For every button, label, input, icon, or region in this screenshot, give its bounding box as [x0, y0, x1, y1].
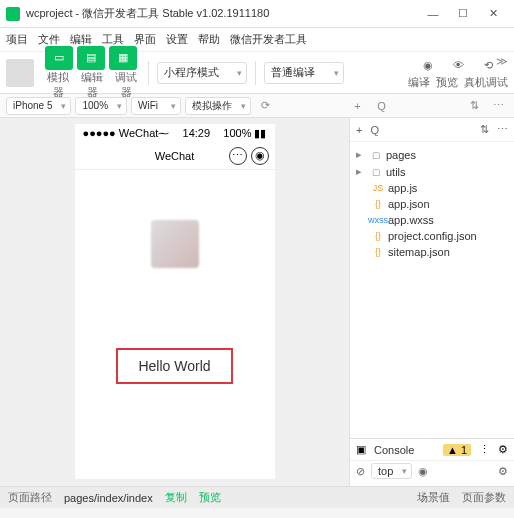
action-select[interactable]: 模拟操作 — [185, 97, 251, 115]
settings-icon[interactable]: ⇅ — [464, 96, 484, 116]
folder-utils[interactable]: ▸▢utils — [356, 163, 508, 180]
titlebar: wcproject - 微信开发者工具 Stable v1.02.1911180… — [0, 0, 514, 28]
compile-select[interactable]: 普通编译 — [264, 62, 344, 84]
more-button[interactable]: ≫ — [496, 55, 508, 68]
menu-icon[interactable]: ⋯ — [488, 96, 508, 116]
file-tree: ▸▢pages▸▢utilsJSapp.js{}app.jsonwxssapp.… — [350, 142, 514, 438]
menu-设置[interactable]: 设置 — [166, 32, 188, 47]
context-select[interactable]: top — [371, 463, 412, 479]
page-avatar — [151, 220, 199, 268]
preview-link[interactable]: 预览 — [199, 490, 221, 505]
phone-body: Hello World — [75, 170, 275, 479]
maximize-button[interactable]: ☐ — [448, 7, 478, 20]
file-app.json[interactable]: {}app.json — [356, 196, 508, 212]
console-settings-icon[interactable]: ⚙ — [498, 443, 508, 456]
toolbar: ▭ ▤ ▦ 模拟器编辑器调试器 小程序模式 普通编译 ◉ 👁 ⟲ 编译预览真机调… — [0, 52, 514, 94]
menu-帮助[interactable]: 帮助 — [198, 32, 220, 47]
folder-pages[interactable]: ▸▢pages — [356, 146, 508, 163]
minimize-button[interactable]: — — [418, 8, 448, 20]
sort-icon[interactable]: ⇅ — [480, 123, 489, 136]
console-gear-icon[interactable]: ⚙ — [498, 465, 508, 478]
filter-icon[interactable]: ◉ — [418, 465, 428, 478]
compile-icon[interactable]: ◉ — [418, 55, 438, 75]
more-icon[interactable]: ⋯ — [497, 123, 508, 136]
file-sitemap.json[interactable]: {}sitemap.json — [356, 244, 508, 260]
simulator-button[interactable]: ▭ — [45, 46, 73, 70]
console-tab[interactable]: Console — [374, 444, 414, 456]
user-avatar[interactable] — [6, 59, 34, 87]
menu-微信开发者工具[interactable]: 微信开发者工具 — [230, 32, 307, 47]
device-select[interactable]: iPhone 5 — [6, 97, 71, 115]
console-menu-icon[interactable]: ⋮ — [479, 443, 490, 456]
network-select[interactable]: WiFi — [131, 97, 181, 115]
separator — [148, 61, 149, 85]
main-area: ●●●●● WeChat⁓ 14:29 100% ▮▮ WeChat ⋯ ◉ H… — [0, 118, 514, 498]
phone-title: WeChat — [155, 150, 195, 162]
debugger-button[interactable]: ▦ — [109, 46, 137, 70]
footer-path: pages/index/index — [64, 492, 153, 504]
phone-statusbar: ●●●●● WeChat⁓ 14:29 100% ▮▮ — [75, 124, 275, 142]
toolbar-labels: 模拟器编辑器调试器 — [44, 70, 140, 100]
capsule-menu-button[interactable]: ⋯ — [229, 147, 247, 165]
zoom-select[interactable]: 100% — [75, 97, 127, 115]
footer: 页面路径 pages/index/index 复制 预览 场景值 页面参数 — [0, 486, 514, 508]
footer-path-label: 页面路径 — [8, 490, 52, 505]
subbar: iPhone 5 100% WiFi 模拟操作 ⟳ + Q ⇅ ⋯ — [0, 94, 514, 118]
separator — [255, 61, 256, 85]
params-link[interactable]: 页面参数 — [462, 490, 506, 505]
copy-link[interactable]: 复制 — [165, 490, 187, 505]
file-app.wxss[interactable]: wxssapp.wxss — [356, 212, 508, 228]
elements-tab-icon[interactable]: ▣ — [356, 443, 366, 456]
warning-badge[interactable]: ▲ 1 — [443, 444, 471, 456]
capsule-close-button[interactable]: ◉ — [251, 147, 269, 165]
search-file-icon[interactable]: Q — [370, 124, 379, 136]
simulator-panel: ●●●●● WeChat⁓ 14:29 100% ▮▮ WeChat ⋯ ◉ H… — [0, 118, 349, 498]
editor-button[interactable]: ▤ — [77, 46, 105, 70]
phone-frame: ●●●●● WeChat⁓ 14:29 100% ▮▮ WeChat ⋯ ◉ H… — [75, 124, 275, 479]
file-toolbar: + Q ⇅ ⋯ — [350, 118, 514, 142]
close-button[interactable]: ✕ — [478, 7, 508, 20]
right-labels: 编译预览真机调试 — [408, 75, 508, 90]
menu-项目[interactable]: 项目 — [6, 32, 28, 47]
sidebar: + Q ⇅ ⋯ ▸▢pages▸▢utilsJSapp.js{}app.json… — [349, 118, 514, 498]
refresh-icon[interactable]: ⟳ — [255, 96, 275, 116]
app-logo — [6, 7, 20, 21]
scene-link[interactable]: 场景值 — [417, 490, 450, 505]
window-title: wcproject - 微信开发者工具 Stable v1.02.1911180 — [26, 6, 418, 21]
search-icon[interactable]: Q — [372, 96, 392, 116]
preview-icon[interactable]: 👁 — [448, 55, 468, 75]
add-icon[interactable]: + — [348, 96, 368, 116]
hello-text: Hello World — [116, 348, 232, 384]
add-file-icon[interactable]: + — [356, 124, 362, 136]
file-project.config.json[interactable]: {}project.config.json — [356, 228, 508, 244]
clear-console-icon[interactable]: ⊘ — [356, 465, 365, 478]
phone-header: WeChat ⋯ ◉ — [75, 142, 275, 170]
mode-select[interactable]: 小程序模式 — [157, 62, 247, 84]
remote-debug-icon[interactable]: ⟲ — [478, 55, 498, 75]
file-app.js[interactable]: JSapp.js — [356, 180, 508, 196]
